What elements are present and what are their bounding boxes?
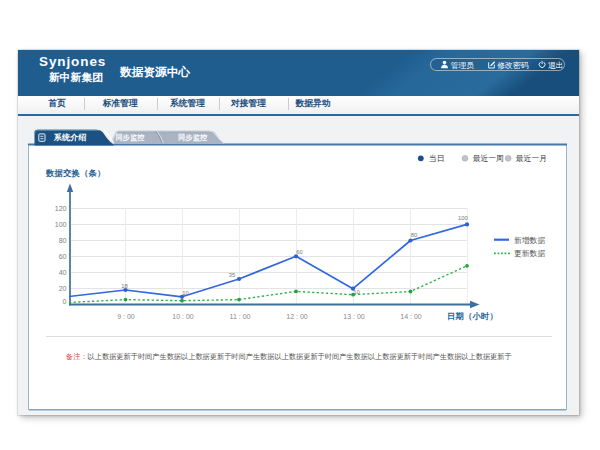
svg-text:10: 10: [182, 290, 188, 296]
svg-text:当日: 当日: [429, 154, 445, 163]
svg-text:35: 35: [229, 272, 235, 278]
svg-text:60: 60: [59, 253, 67, 260]
svg-text:9 : 00: 9 : 00: [117, 313, 135, 320]
svg-text:12 : 00: 12 : 00: [286, 313, 308, 320]
svg-text:20: 20: [59, 285, 67, 292]
svg-text:10: 10: [353, 289, 359, 295]
svg-text:同步监控: 同步监控: [178, 133, 208, 142]
svg-text:60: 60: [296, 249, 302, 255]
svg-text:40: 40: [59, 269, 67, 276]
svg-text:10 : 00: 10 : 00: [172, 313, 194, 320]
svg-text:日期（小时）: 日期（小时）: [447, 311, 498, 321]
svg-text:最近一周: 最近一周: [473, 154, 504, 163]
svg-text:18: 18: [121, 283, 127, 289]
svg-text:11 : 00: 11 : 00: [230, 313, 251, 320]
svg-text:最近一月: 最近一月: [516, 154, 547, 163]
svg-text:数据交换（条）: 数据交换（条）: [45, 168, 105, 178]
svg-text:系统介绍: 系统介绍: [53, 132, 86, 142]
svg-text:备注：以上数据更新于时间产生数据以上数据更新于时间产生数据以: 备注：以上数据更新于时间产生数据以上数据更新于时间产生数据以上数据更新于时间产生…: [66, 352, 512, 361]
svg-text:120: 120: [55, 205, 67, 212]
svg-text:新增数据: 新增数据: [514, 236, 545, 245]
svg-text:更新数据: 更新数据: [514, 249, 545, 258]
svg-text:100: 100: [55, 221, 67, 228]
svg-text:0: 0: [63, 298, 67, 305]
svg-text:同步监控: 同步监控: [116, 133, 146, 142]
svg-text:13 : 00: 13 : 00: [343, 313, 365, 320]
svg-text:80: 80: [59, 237, 67, 244]
svg-text:100: 100: [458, 215, 468, 221]
svg-text:80: 80: [411, 232, 417, 238]
svg-text:14 : 00: 14 : 00: [400, 313, 422, 320]
